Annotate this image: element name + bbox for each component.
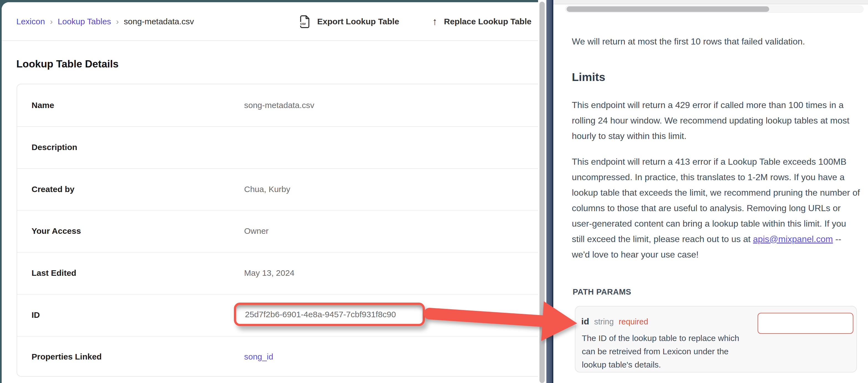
row-value-id: 25d7f2b6-6901-4e8a-9457-7cbf931f8c90	[236, 310, 396, 319]
breadcrumb-separator-icon: ›	[116, 17, 119, 26]
api-docs-panel: We will return at most the first 10 rows…	[553, 0, 868, 383]
row-label-your-access: Your Access	[32, 226, 81, 236]
detail-row-description: Description	[17, 126, 538, 168]
window-divider-band	[547, 0, 553, 383]
row-value-last-edited: May 13, 2024	[244, 268, 294, 278]
detail-row-last-edited: Last Edited May 13, 2024	[17, 252, 538, 294]
detail-row-name: Name song-metadata.csv	[17, 84, 538, 126]
vertical-scrollbar-thumb[interactable]	[539, 2, 545, 383]
detail-row-your-access: Your Access Owner	[17, 210, 538, 252]
breadcrumb-lexicon[interactable]: Lexicon	[16, 17, 45, 26]
limits-paragraph-413-text: This endpoint will return a 413 error if…	[572, 157, 860, 244]
details-card: Name song-metadata.csv Description Creat…	[17, 84, 538, 377]
breadcrumb-separator-icon: ›	[50, 17, 53, 26]
horizontal-scrollbar-thumb[interactable]	[566, 6, 769, 12]
csv-icon-text: csv	[300, 22, 306, 26]
row-label-description: Description	[32, 143, 77, 152]
properties-linked-song-id-link[interactable]: song_id	[244, 352, 273, 361]
breadcrumb: Lexicon › Lookup Tables › song-metadata.…	[16, 2, 194, 41]
docs-top-strip	[553, 0, 868, 4]
row-value-your-access: Owner	[244, 226, 269, 236]
param-name: id	[581, 316, 589, 327]
detail-row-properties-linked: Properties Linked song_id	[17, 336, 538, 377]
replace-button-label: Replace Lookup Table	[444, 17, 531, 26]
row-label-name: Name	[32, 101, 54, 110]
lookup-table-details-panel: Lexicon › Lookup Tables › song-metadata.…	[2, 2, 538, 383]
row-value-name: song-metadata.csv	[244, 101, 314, 110]
export-button-label: Export Lookup Table	[317, 17, 399, 26]
export-lookup-table-button[interactable]: csv Export Lookup Table	[299, 2, 399, 41]
row-label-created-by: Created by	[32, 184, 74, 194]
replace-lookup-table-button[interactable]: ↑ Replace Lookup Table	[432, 2, 531, 41]
param-required-badge: required	[619, 317, 648, 326]
csv-file-icon: csv	[299, 15, 311, 28]
apis-mixpanel-email-link[interactable]: apis@mixpanel.com	[753, 234, 833, 244]
limits-paragraph-429: This endpoint will return a 429 error if…	[572, 97, 861, 144]
limits-heading: Limits	[572, 71, 605, 84]
row-label-properties-linked: Properties Linked	[32, 352, 101, 361]
limits-paragraph-413: This endpoint will return a 413 error if…	[572, 154, 861, 262]
toolbar: Lexicon › Lookup Tables › song-metadata.…	[2, 2, 538, 41]
param-description: The ID of the lookup table to replace wh…	[582, 332, 741, 372]
docs-intro-text: We will return at most the first 10 rows…	[572, 34, 861, 49]
path-params-heading: PATH PARAMS	[573, 287, 631, 297]
param-type: string	[594, 317, 614, 326]
row-label-id: ID	[32, 310, 40, 320]
id-highlight-annotation-box: 25d7f2b6-6901-4e8a-9457-7cbf931f8c90	[234, 303, 425, 326]
detail-row-created-by: Created by Chua, Kurby	[17, 168, 538, 210]
path-param-card-id: id string required The ID of the lookup …	[575, 306, 857, 373]
row-label-last-edited: Last Edited	[32, 268, 76, 278]
upload-arrow-icon: ↑	[432, 16, 437, 27]
breadcrumb-current-file: song-metadata.csv	[124, 17, 194, 26]
breadcrumb-lookup-tables[interactable]: Lookup Tables	[58, 17, 111, 26]
row-value-created-by: Chua, Kurby	[244, 184, 290, 194]
param-id-input[interactable]	[757, 313, 853, 334]
param-header: id string required	[581, 316, 648, 327]
page-title: Lookup Table Details	[16, 58, 119, 70]
horizontal-scrollbar-track[interactable]	[565, 5, 864, 13]
